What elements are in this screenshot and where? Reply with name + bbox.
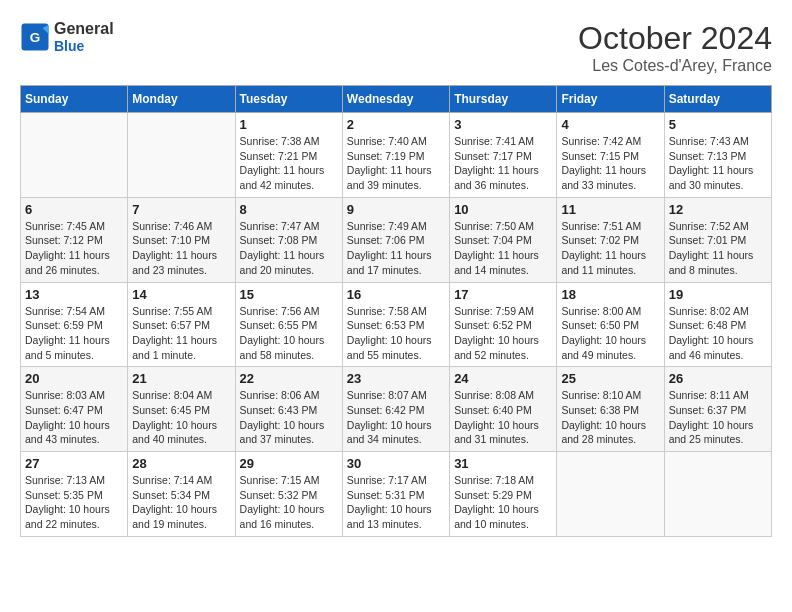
- day-info: Sunrise: 7:45 AM Sunset: 7:12 PM Dayligh…: [25, 219, 123, 278]
- calendar-cell: 25Sunrise: 8:10 AM Sunset: 6:38 PM Dayli…: [557, 367, 664, 452]
- weekday-header-thursday: Thursday: [450, 86, 557, 113]
- day-info: Sunrise: 7:38 AM Sunset: 7:21 PM Dayligh…: [240, 134, 338, 193]
- calendar-cell: 28Sunrise: 7:14 AM Sunset: 5:34 PM Dayli…: [128, 452, 235, 537]
- day-number: 16: [347, 287, 445, 302]
- weekday-header-monday: Monday: [128, 86, 235, 113]
- weekday-header-saturday: Saturday: [664, 86, 771, 113]
- calendar-cell: 16Sunrise: 7:58 AM Sunset: 6:53 PM Dayli…: [342, 282, 449, 367]
- day-info: Sunrise: 8:10 AM Sunset: 6:38 PM Dayligh…: [561, 388, 659, 447]
- calendar-week-3: 13Sunrise: 7:54 AM Sunset: 6:59 PM Dayli…: [21, 282, 772, 367]
- calendar-cell: [557, 452, 664, 537]
- day-info: Sunrise: 8:04 AM Sunset: 6:45 PM Dayligh…: [132, 388, 230, 447]
- day-info: Sunrise: 7:52 AM Sunset: 7:01 PM Dayligh…: [669, 219, 767, 278]
- day-number: 23: [347, 371, 445, 386]
- day-info: Sunrise: 7:58 AM Sunset: 6:53 PM Dayligh…: [347, 304, 445, 363]
- weekday-header-row: SundayMondayTuesdayWednesdayThursdayFrid…: [21, 86, 772, 113]
- calendar-cell: 11Sunrise: 7:51 AM Sunset: 7:02 PM Dayli…: [557, 197, 664, 282]
- day-info: Sunrise: 7:15 AM Sunset: 5:32 PM Dayligh…: [240, 473, 338, 532]
- calendar-cell: 2Sunrise: 7:40 AM Sunset: 7:19 PM Daylig…: [342, 113, 449, 198]
- day-number: 7: [132, 202, 230, 217]
- svg-text:G: G: [30, 30, 41, 45]
- day-number: 30: [347, 456, 445, 471]
- day-number: 28: [132, 456, 230, 471]
- day-info: Sunrise: 7:54 AM Sunset: 6:59 PM Dayligh…: [25, 304, 123, 363]
- day-info: Sunrise: 7:46 AM Sunset: 7:10 PM Dayligh…: [132, 219, 230, 278]
- page-header: G General Blue October 2024 Les Cotes-d'…: [20, 20, 772, 75]
- day-info: Sunrise: 8:02 AM Sunset: 6:48 PM Dayligh…: [669, 304, 767, 363]
- day-number: 1: [240, 117, 338, 132]
- day-number: 4: [561, 117, 659, 132]
- day-number: 24: [454, 371, 552, 386]
- day-number: 17: [454, 287, 552, 302]
- day-number: 20: [25, 371, 123, 386]
- day-info: Sunrise: 7:41 AM Sunset: 7:17 PM Dayligh…: [454, 134, 552, 193]
- calendar-cell: 3Sunrise: 7:41 AM Sunset: 7:17 PM Daylig…: [450, 113, 557, 198]
- day-info: Sunrise: 8:00 AM Sunset: 6:50 PM Dayligh…: [561, 304, 659, 363]
- day-number: 9: [347, 202, 445, 217]
- calendar-cell: 19Sunrise: 8:02 AM Sunset: 6:48 PM Dayli…: [664, 282, 771, 367]
- location: Les Cotes-d'Arey, France: [578, 57, 772, 75]
- day-info: Sunrise: 8:03 AM Sunset: 6:47 PM Dayligh…: [25, 388, 123, 447]
- calendar-cell: 15Sunrise: 7:56 AM Sunset: 6:55 PM Dayli…: [235, 282, 342, 367]
- day-number: 21: [132, 371, 230, 386]
- logo: G General Blue: [20, 20, 114, 54]
- day-number: 8: [240, 202, 338, 217]
- day-info: Sunrise: 7:17 AM Sunset: 5:31 PM Dayligh…: [347, 473, 445, 532]
- day-number: 11: [561, 202, 659, 217]
- calendar-week-1: 1Sunrise: 7:38 AM Sunset: 7:21 PM Daylig…: [21, 113, 772, 198]
- calendar-cell: 4Sunrise: 7:42 AM Sunset: 7:15 PM Daylig…: [557, 113, 664, 198]
- calendar-cell: 14Sunrise: 7:55 AM Sunset: 6:57 PM Dayli…: [128, 282, 235, 367]
- day-number: 5: [669, 117, 767, 132]
- day-info: Sunrise: 7:50 AM Sunset: 7:04 PM Dayligh…: [454, 219, 552, 278]
- calendar-cell: 5Sunrise: 7:43 AM Sunset: 7:13 PM Daylig…: [664, 113, 771, 198]
- calendar-cell: [664, 452, 771, 537]
- weekday-header-tuesday: Tuesday: [235, 86, 342, 113]
- day-number: 3: [454, 117, 552, 132]
- day-number: 10: [454, 202, 552, 217]
- calendar-cell: 17Sunrise: 7:59 AM Sunset: 6:52 PM Dayli…: [450, 282, 557, 367]
- day-number: 15: [240, 287, 338, 302]
- day-info: Sunrise: 7:56 AM Sunset: 6:55 PM Dayligh…: [240, 304, 338, 363]
- day-info: Sunrise: 7:55 AM Sunset: 6:57 PM Dayligh…: [132, 304, 230, 363]
- calendar-table: SundayMondayTuesdayWednesdayThursdayFrid…: [20, 85, 772, 537]
- calendar-week-5: 27Sunrise: 7:13 AM Sunset: 5:35 PM Dayli…: [21, 452, 772, 537]
- calendar-cell: 26Sunrise: 8:11 AM Sunset: 6:37 PM Dayli…: [664, 367, 771, 452]
- title-block: October 2024 Les Cotes-d'Arey, France: [578, 20, 772, 75]
- weekday-header-wednesday: Wednesday: [342, 86, 449, 113]
- calendar-cell: 8Sunrise: 7:47 AM Sunset: 7:08 PM Daylig…: [235, 197, 342, 282]
- day-info: Sunrise: 7:59 AM Sunset: 6:52 PM Dayligh…: [454, 304, 552, 363]
- day-info: Sunrise: 7:43 AM Sunset: 7:13 PM Dayligh…: [669, 134, 767, 193]
- calendar-cell: 1Sunrise: 7:38 AM Sunset: 7:21 PM Daylig…: [235, 113, 342, 198]
- weekday-header-sunday: Sunday: [21, 86, 128, 113]
- calendar-cell: 18Sunrise: 8:00 AM Sunset: 6:50 PM Dayli…: [557, 282, 664, 367]
- day-info: Sunrise: 7:40 AM Sunset: 7:19 PM Dayligh…: [347, 134, 445, 193]
- calendar-cell: 22Sunrise: 8:06 AM Sunset: 6:43 PM Dayli…: [235, 367, 342, 452]
- day-number: 31: [454, 456, 552, 471]
- day-number: 18: [561, 287, 659, 302]
- day-number: 2: [347, 117, 445, 132]
- calendar-cell: 12Sunrise: 7:52 AM Sunset: 7:01 PM Dayli…: [664, 197, 771, 282]
- day-number: 19: [669, 287, 767, 302]
- day-info: Sunrise: 7:49 AM Sunset: 7:06 PM Dayligh…: [347, 219, 445, 278]
- day-info: Sunrise: 7:47 AM Sunset: 7:08 PM Dayligh…: [240, 219, 338, 278]
- day-number: 22: [240, 371, 338, 386]
- calendar-cell: 31Sunrise: 7:18 AM Sunset: 5:29 PM Dayli…: [450, 452, 557, 537]
- calendar-cell: 7Sunrise: 7:46 AM Sunset: 7:10 PM Daylig…: [128, 197, 235, 282]
- day-info: Sunrise: 8:08 AM Sunset: 6:40 PM Dayligh…: [454, 388, 552, 447]
- calendar-week-4: 20Sunrise: 8:03 AM Sunset: 6:47 PM Dayli…: [21, 367, 772, 452]
- calendar-cell: 10Sunrise: 7:50 AM Sunset: 7:04 PM Dayli…: [450, 197, 557, 282]
- month-title: October 2024: [578, 20, 772, 57]
- day-info: Sunrise: 7:42 AM Sunset: 7:15 PM Dayligh…: [561, 134, 659, 193]
- weekday-header-friday: Friday: [557, 86, 664, 113]
- calendar-cell: 23Sunrise: 8:07 AM Sunset: 6:42 PM Dayli…: [342, 367, 449, 452]
- day-info: Sunrise: 8:11 AM Sunset: 6:37 PM Dayligh…: [669, 388, 767, 447]
- calendar-cell: [128, 113, 235, 198]
- day-number: 25: [561, 371, 659, 386]
- day-number: 27: [25, 456, 123, 471]
- day-info: Sunrise: 8:07 AM Sunset: 6:42 PM Dayligh…: [347, 388, 445, 447]
- calendar-week-2: 6Sunrise: 7:45 AM Sunset: 7:12 PM Daylig…: [21, 197, 772, 282]
- calendar-cell: 13Sunrise: 7:54 AM Sunset: 6:59 PM Dayli…: [21, 282, 128, 367]
- calendar-cell: [21, 113, 128, 198]
- calendar-cell: 27Sunrise: 7:13 AM Sunset: 5:35 PM Dayli…: [21, 452, 128, 537]
- day-number: 13: [25, 287, 123, 302]
